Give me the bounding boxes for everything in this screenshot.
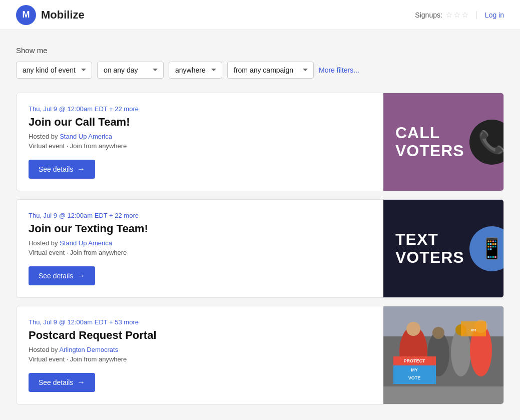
star-1: ☆ [445, 10, 452, 20]
see-details-button[interactable]: See details → [29, 373, 95, 392]
star-3: ☆ [461, 10, 468, 20]
day-filter[interactable]: on any dayTodayThis weekThis monthThis w… [97, 62, 164, 79]
show-me-label: Show me [16, 46, 504, 55]
host-link[interactable]: Stand Up America [60, 133, 112, 140]
protest-svg: PROTECT MY VOTE VR [383, 306, 503, 386]
event-card-content: Thu, Jul 9 @ 12:00am EDT + 22 more Join … [17, 93, 383, 191]
campaign-filter[interactable]: from any campaignStand Up AmericaArlingt… [227, 62, 314, 79]
events-list: Thu, Jul 9 @ 12:00am EDT + 22 more Join … [16, 93, 504, 412]
call-voters-text: CALL VOTERS [395, 124, 464, 159]
event-card-content: Thu, Jul 9 @ 12:00am EDT + 22 more Join … [17, 200, 383, 297]
logo-icon: M [16, 5, 36, 25]
event-card-image: CALL VOTERS 📞 [383, 93, 503, 191]
arrow-icon: → [77, 165, 85, 174]
protest-image: PROTECT MY VOTE VR [383, 306, 503, 404]
event-title: Postcard Request Portal [29, 329, 371, 342]
filters-row: any kind of eventPhone bankText bankCanv… [16, 62, 504, 79]
see-details-button[interactable]: See details → [29, 160, 95, 179]
event-card-image: TEXT VOTERS 📱 [383, 200, 503, 297]
event-title: Join our Call Team! [29, 116, 371, 129]
event-date: Thu, Jul 9 @ 12:00am EDT + 53 more [29, 318, 371, 326]
event-card-image: PROTECT MY VOTE VR [383, 306, 503, 404]
header: M Mobilize Signups: ☆ ☆ ☆ Log in [0, 0, 520, 30]
event-location: Virtual event · Join from anywhere [29, 355, 371, 363]
arrow-icon: → [77, 271, 85, 280]
event-card: Thu, Jul 9 @ 12:00am EDT + 22 more Join … [16, 199, 504, 298]
svg-point-5 [432, 327, 444, 339]
text-voters-text: TEXT VOTERS [395, 231, 464, 266]
main-content: Show me any kind of eventPhone bankText … [0, 30, 520, 412]
event-host: Hosted by Arlington Democrats [29, 346, 371, 353]
event-date: Thu, Jul 9 @ 12:00am EDT + 22 more [29, 105, 371, 113]
login-link[interactable]: Log in [476, 11, 504, 19]
header-right: Signups: ☆ ☆ ☆ Log in [415, 10, 504, 20]
star-2: ☆ [453, 10, 460, 20]
svg-text:VOTE: VOTE [408, 375, 421, 380]
signups: Signups: ☆ ☆ ☆ [415, 10, 468, 20]
event-card: Thu, Jul 9 @ 12:00am EDT + 22 more Join … [16, 93, 504, 191]
event-location: Virtual event · Join from anywhere [29, 249, 371, 256]
event-host: Hosted by Stand Up America [29, 239, 371, 247]
location-filter[interactable]: anywhereVirtualIn personNear me [169, 62, 222, 79]
svg-text:MY: MY [411, 367, 418, 372]
host-link[interactable]: Arlington Democrats [59, 346, 118, 353]
arrow-icon: → [77, 378, 85, 387]
event-card-content: Thu, Jul 9 @ 12:00am EDT + 53 more Postc… [17, 306, 383, 404]
more-filters-link[interactable]: More filters... [319, 66, 359, 74]
logo-name: Mobilize [41, 9, 85, 22]
event-host: Hosted by Stand Up America [29, 133, 371, 140]
event-type-filter[interactable]: any kind of eventPhone bankText bankCanv… [16, 62, 92, 79]
logo[interactable]: M Mobilize [16, 5, 85, 25]
stars: ☆ ☆ ☆ [445, 10, 468, 20]
event-title: Join our Texting Team! [29, 222, 371, 235]
svg-point-3 [406, 322, 420, 336]
event-date: Thu, Jul 9 @ 12:00am EDT + 22 more [29, 212, 371, 219]
svg-text:VR: VR [470, 328, 476, 332]
call-voters-image: CALL VOTERS 📞 [383, 93, 503, 191]
host-link[interactable]: Stand Up America [60, 239, 112, 247]
svg-text:PROTECT: PROTECT [403, 358, 425, 363]
phone-icon: 📞 [469, 120, 503, 165]
text-voters-image: TEXT VOTERS 📱 [383, 200, 503, 297]
event-location: Virtual event · Join from anywhere [29, 142, 371, 150]
see-details-button[interactable]: See details → [29, 266, 95, 285]
event-card: Thu, Jul 9 @ 12:00am EDT + 53 more Postc… [16, 306, 504, 404]
mobile-phone-icon: 📱 [469, 226, 503, 271]
